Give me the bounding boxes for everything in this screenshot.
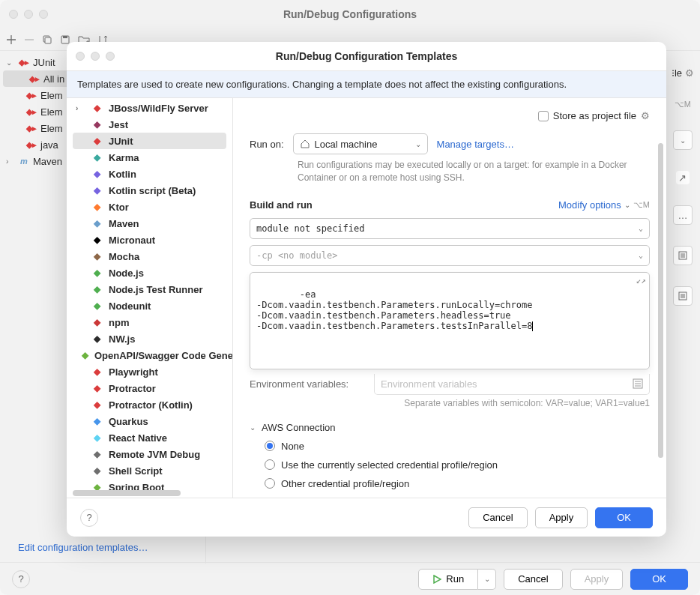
modal-apply-button[interactable]: Apply — [535, 507, 588, 528]
store-as-project-checkbox[interactable] — [538, 111, 549, 121]
template-item-jest[interactable]: ◆Jest — [73, 116, 226, 133]
list-icon-1[interactable] — [673, 246, 693, 265]
aws-radio-other[interactable]: Other credential profile/region — [265, 478, 650, 489]
add-config-icon[interactable] — [6, 34, 16, 45]
template-type-icon: ◆ — [91, 465, 103, 477]
home-icon — [300, 139, 310, 149]
template-list-scrollbar[interactable] — [73, 490, 226, 496]
modal-cancel-button[interactable]: Cancel — [468, 507, 527, 528]
more-options-icon[interactable]: … — [673, 205, 693, 225]
edit-templates-link[interactable]: Edit configuration templates… — [9, 536, 157, 559]
template-item-maven[interactable]: ◆Maven — [73, 215, 226, 232]
template-type-icon: ◆ — [91, 316, 103, 328]
chevron-down-icon: ⌄ — [415, 140, 421, 148]
main-bottom-bar: ? Run ⌄ Cancel Apply OK — [0, 562, 700, 595]
classpath-field[interactable]: -cp <no module> ⌄ — [250, 245, 650, 266]
template-form: Store as project file ⚙ Run on: Local ma… — [233, 98, 666, 498]
template-item-nodeunit[interactable]: ◆Nodeunit — [73, 298, 226, 314]
main-window-title: Run/Debug Configurations — [0, 8, 700, 20]
template-item-label: Mocha — [109, 251, 139, 262]
template-item-openapi-swagger-code-genera[interactable]: ◆OpenAPI/Swagger Code Genera — [73, 347, 226, 363]
aws-current-label: Use the currently selected credential pr… — [281, 459, 498, 471]
run-button-label: Run — [446, 573, 464, 585]
template-item-kotlin-script-beta-[interactable]: ◆Kotlin script (Beta) — [73, 182, 226, 199]
expand-icon[interactable]: ↙↗ — [636, 276, 646, 286]
run-button[interactable]: Run — [418, 569, 478, 590]
template-item-junit[interactable]: ◆JUnit — [73, 133, 226, 149]
list-icon-2[interactable] — [673, 286, 693, 306]
manage-targets-link[interactable]: Manage targets… — [437, 139, 514, 150]
template-type-icon: ◆ — [91, 151, 103, 163]
template-item-kotlin[interactable]: ◆Kotlin — [73, 166, 226, 182]
gear-icon[interactable]: ⚙ — [685, 67, 694, 79]
run-on-select[interactable]: Local machine ⌄ — [293, 133, 428, 154]
env-variables-field[interactable]: Environment variables — [374, 374, 650, 395]
template-type-icon: ◆ — [91, 432, 103, 444]
copy-config-icon[interactable] — [42, 34, 52, 45]
template-type-icon: ◆ — [91, 448, 103, 460]
template-item-mocha[interactable]: ◆Mocha — [73, 248, 226, 265]
template-item-playwright[interactable]: ◆Playwright — [73, 363, 226, 380]
vm-options-textarea[interactable]: ↙↗-ea -Dcom.vaadin.testbench.Parameters.… — [250, 272, 650, 369]
modal-help-button[interactable]: ? — [80, 509, 98, 527]
template-type-icon: ◆ — [91, 415, 103, 427]
template-item-protractor-kotlin-[interactable]: ◆Protractor (Kotlin) — [73, 396, 226, 413]
template-item-label: Protractor — [109, 383, 156, 394]
aws-radio-current[interactable]: Use the currently selected credential pr… — [265, 459, 650, 471]
template-item-npm[interactable]: ◆npm — [73, 314, 226, 330]
main-cancel-button[interactable]: Cancel — [504, 569, 562, 590]
main-ok-button[interactable]: OK — [630, 569, 688, 590]
template-type-icon: ◆ — [91, 382, 103, 394]
run-on-label: Run on: — [250, 139, 284, 150]
template-item-node-js-test-runner[interactable]: ◆Node.js Test Runner — [73, 281, 226, 298]
template-type-icon: ◆ — [91, 118, 103, 130]
main-titlebar: Run/Debug Configurations — [0, 0, 700, 28]
tree-label: Elem — [40, 90, 63, 101]
aws-connection-header[interactable]: ⌄ AWS Connection — [250, 422, 650, 433]
template-item-shell-script[interactable]: ◆Shell Script — [73, 462, 226, 479]
gear-icon[interactable]: ⚙ — [641, 110, 650, 121]
template-item-quarkus[interactable]: ◆Quarkus — [73, 413, 226, 429]
dropdown-chevron-icon[interactable]: ⌄ — [673, 130, 693, 150]
template-list[interactable]: ›◆JBoss/WildFly Server◆Jest◆JUnit◆Karma◆… — [67, 98, 233, 498]
template-item-react-native[interactable]: ◆React Native — [73, 429, 226, 446]
template-type-icon: ◆ — [91, 250, 103, 262]
modal-banner: Templates are used to create new configu… — [67, 70, 666, 98]
template-item-node-js[interactable]: ◆Node.js — [73, 265, 226, 281]
list-icon[interactable] — [633, 378, 643, 389]
template-item-micronaut[interactable]: ◆Micronaut — [73, 232, 226, 248]
remove-config-icon[interactable] — [24, 34, 34, 45]
module-field-value: module not specified — [256, 223, 365, 234]
template-item-label: npm — [109, 317, 129, 328]
template-item-protractor[interactable]: ◆Protractor — [73, 380, 226, 396]
help-button[interactable]: ? — [12, 570, 30, 588]
modal-ok-button[interactable]: OK — [595, 507, 653, 528]
template-type-icon: ◆ — [91, 366, 103, 378]
template-type-icon: ◆ — [91, 399, 103, 411]
template-item-label: OpenAPI/Swagger Code Genera — [94, 350, 233, 361]
template-item-label: Kotlin — [109, 169, 136, 180]
template-item-label: JBoss/WildFly Server — [109, 103, 208, 114]
template-type-icon: ◆ — [91, 333, 103, 345]
expand-icon[interactable]: ↗ — [676, 171, 690, 184]
form-scrollbar[interactable] — [658, 143, 663, 458]
template-item-jboss-wildfly-server[interactable]: ›◆JBoss/WildFly Server — [73, 100, 226, 116]
template-type-icon: ◆ — [91, 135, 103, 147]
classpath-placeholder: -cp <no module> — [256, 250, 337, 261]
modify-options-link[interactable]: Modify options ⌄ ⌥M — [558, 199, 650, 211]
aws-radio-none[interactable]: None — [265, 441, 650, 452]
run-button-dropdown[interactable]: ⌄ — [478, 569, 496, 590]
chevron-down-icon: ⌄ — [624, 201, 630, 209]
main-apply-button[interactable]: Apply — [570, 569, 624, 590]
module-field[interactable]: module not specified ⌄ — [250, 218, 650, 239]
template-item-ktor[interactable]: ◆Ktor — [73, 199, 226, 215]
chevron-down-icon: ⌄ — [639, 251, 643, 259]
chevron-down-icon: ⌄ — [250, 423, 259, 432]
template-item-nw-js[interactable]: ◆NW.js — [73, 330, 226, 347]
template-item-label: React Native — [109, 432, 167, 444]
template-type-icon: ◆ — [91, 201, 103, 213]
template-item-karma[interactable]: ◆Karma — [73, 149, 226, 166]
template-item-remote-jvm-debug[interactable]: ◆Remote JVM Debug — [73, 446, 226, 462]
chevron-right-icon: › — [76, 104, 85, 112]
tree-label: JUnit — [33, 57, 55, 68]
